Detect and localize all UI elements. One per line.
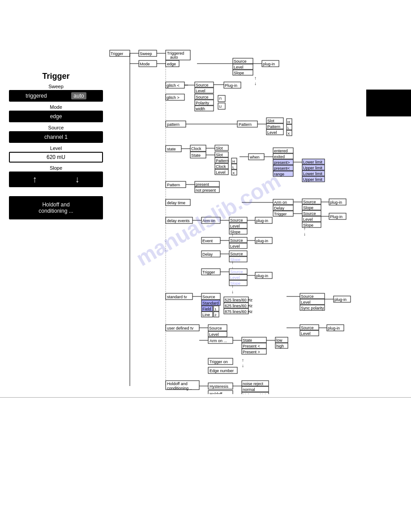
entered-node: entered — [274, 149, 288, 153]
source-diag-node: Source — [234, 59, 247, 64]
slope-diag-node: Slope — [234, 71, 244, 75]
present-node: present — [196, 182, 210, 187]
mode-label: Mode — [9, 104, 103, 110]
high-utv: high — [276, 344, 284, 348]
plugin-trig-de: plug-in — [256, 274, 268, 278]
source-utv2: Source — [301, 326, 314, 330]
exited-node: exited — [274, 154, 285, 159]
triggered-option[interactable]: triggered — [26, 93, 47, 99]
trigger-de-node: Trigger — [202, 270, 215, 275]
level-tv2: Level — [301, 300, 311, 305]
normal-node: normal — [243, 387, 255, 392]
lower-limit2: Lower limit — [303, 172, 323, 176]
h-st-box: H — [232, 159, 235, 163]
auto-node: auto — [170, 55, 178, 60]
field-node: Field — [202, 307, 211, 311]
source-trig-dt: Source — [303, 211, 316, 216]
trig-arrow-down: ↓ — [304, 232, 306, 236]
level-st-node: Level — [216, 170, 226, 175]
left-panel: Trigger Sweep triggered auto Mode edge S… — [9, 72, 103, 219]
lower-limit1: Lower limit — [303, 160, 323, 164]
l-box: L — [287, 126, 290, 130]
glitch-gt-polarity: Polarity — [196, 101, 210, 105]
hysteresis-node: Hysteresis — [210, 384, 229, 389]
low-utv: low — [276, 338, 283, 343]
standard-tv-node: standard tv — [167, 295, 187, 299]
slope-box[interactable]: ↑ ↓ — [9, 172, 103, 187]
plugin-de-arm: plug-in — [256, 219, 268, 223]
sweep-box[interactable]: triggered auto — [9, 90, 103, 102]
trigger-on-utv: Trigger on — [210, 360, 228, 364]
auto-option[interactable]: auto — [71, 92, 86, 99]
glitch-lt-level: Level — [196, 89, 206, 93]
standard-tv-sub: Standard — [202, 301, 219, 305]
sync-polarity: Sync polarity — [301, 306, 324, 310]
mode-box[interactable]: edge — [9, 111, 103, 122]
sweep-node: Sweep — [140, 51, 152, 56]
holdoff-button[interactable]: Holdoff andconditioning ... — [9, 196, 103, 219]
delay-de-node: Delay — [202, 252, 213, 257]
source-event-node: Source — [230, 238, 243, 243]
delay-dt-node: Delay — [274, 206, 285, 210]
pattern-level-node: Pattern — [267, 124, 280, 129]
plugin-tv: plug-in — [334, 297, 347, 302]
de-arm-arrow-up: ↑ — [231, 232, 234, 237]
level-pat-node: Level — [267, 130, 277, 135]
glitch-lt-node: glitch < — [167, 83, 180, 88]
edge-number-utv: Edge number — [210, 369, 234, 373]
holdoff-cond-node2: conditioning .. — [167, 386, 192, 390]
holdoff-node: Holdoff — [210, 392, 223, 394]
waveform1: ⊓ — [219, 97, 222, 101]
pattern-st-node: Pattern — [216, 159, 229, 163]
l-st-box: L — [232, 165, 235, 169]
source-tv2: Source — [301, 294, 314, 299]
level-utv-node: Level — [209, 332, 219, 337]
edge-node: edge — [167, 62, 176, 66]
level-box[interactable]: 620 mU — [9, 152, 103, 163]
source-value: channel 1 — [44, 134, 68, 140]
source-label: Source — [9, 125, 103, 130]
level-value: 620 mU — [47, 154, 65, 160]
slope-arrow-up: ↑ — [254, 76, 257, 81]
arm-on-de-node: Arm on — [202, 219, 215, 223]
present-lt-node: present< — [274, 166, 290, 171]
source-de-arm: Source — [230, 218, 243, 223]
level-event-node: Level — [230, 244, 240, 249]
slot-state-node: Slot — [216, 153, 223, 157]
x-st-box: X — [232, 171, 235, 175]
delay-time-node: delay time — [167, 201, 185, 205]
slope-up-icon[interactable]: ↑ — [33, 174, 37, 184]
field-1: 1 — [214, 307, 217, 311]
range-node: range — [274, 172, 284, 176]
field-2: 2 — [214, 313, 217, 317]
trigger-node: Trigger — [111, 51, 123, 56]
line-node: Line — [202, 313, 210, 317]
delay-events-node: delay events — [167, 219, 190, 223]
pattern-bot-node: Pattern — [167, 183, 180, 187]
glitch-lt-source: Source — [196, 83, 209, 87]
trigger-title: Trigger — [9, 72, 103, 81]
plugin-utv: plug-in — [328, 326, 340, 330]
trig-de-arrow-up: ↑ — [231, 284, 234, 289]
state-sub-node: State — [191, 153, 201, 158]
level-label: Level — [9, 146, 103, 151]
x-box: X — [287, 132, 290, 136]
waveform2: ⊔ — [219, 104, 222, 108]
tv-line2: 625 lines/60 Hz — [225, 304, 253, 308]
trig-de-arrow-down: ↓ — [231, 289, 234, 294]
slot-node: Slot — [267, 119, 274, 123]
tv-line1: 525 lines/60 Hz — [225, 298, 253, 302]
holdoff-label: Holdoff andconditioning ... — [39, 202, 73, 214]
present-gt-utv: Present > — [243, 350, 260, 354]
level-trig-de: Level — [230, 275, 240, 280]
user-tv-node: user defined tv — [167, 326, 194, 330]
slope-down-icon[interactable]: ↓ — [75, 174, 80, 184]
delay-arrow-up: ↑ — [231, 260, 234, 265]
not-present-node: not present — [196, 188, 216, 193]
sweep-label: Sweep — [9, 84, 103, 89]
source-box[interactable]: channel 1 — [9, 131, 103, 143]
arm-on-dt-node: Arm on — [274, 200, 287, 205]
level-diag-node: Level — [234, 65, 244, 69]
level-trig-dt: Level — [303, 217, 313, 222]
mode-value: edge — [50, 113, 62, 120]
